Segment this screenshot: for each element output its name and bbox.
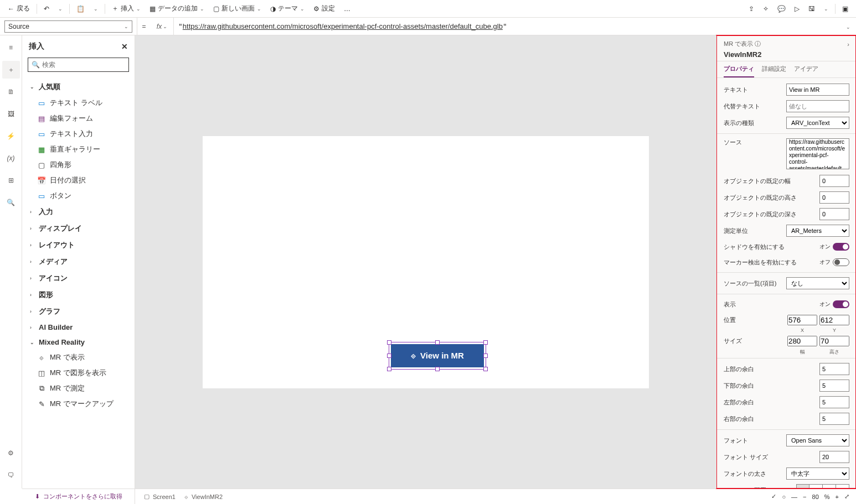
category-popular[interactable]: ⌄人気順 bbox=[22, 79, 135, 95]
prop-fontweight-select[interactable]: 中太字 bbox=[786, 467, 849, 480]
settings-button[interactable]: ⚙設定 bbox=[310, 2, 338, 15]
prop-y-input[interactable] bbox=[819, 315, 849, 325]
screen-icon: ▢ bbox=[213, 5, 219, 13]
canvas-area[interactable]: ⟐ View in MR bbox=[135, 35, 716, 489]
category-display[interactable]: ›ディスプレイ bbox=[22, 220, 135, 237]
prop-padleft-input[interactable] bbox=[819, 396, 849, 408]
app-screen[interactable]: ⟐ View in MR bbox=[203, 136, 649, 388]
category-charts[interactable]: ›グラフ bbox=[22, 303, 135, 320]
search-button[interactable]: 🔍 bbox=[2, 194, 20, 211]
prop-unit-select[interactable]: AR_Meters bbox=[786, 225, 849, 237]
view-in-mr-control[interactable]: ⟐ View in MR bbox=[391, 344, 484, 367]
insert-item-rectangle[interactable]: ▢四角形 bbox=[22, 157, 135, 173]
category-ai-builder[interactable]: ›AI Builder bbox=[22, 320, 135, 335]
align-right-button[interactable]: ≡ bbox=[823, 484, 836, 489]
prop-x-input[interactable] bbox=[787, 315, 817, 325]
paste-more[interactable]: ⌄ bbox=[90, 4, 101, 14]
prop-displaytype-select[interactable]: ARV_IconText bbox=[786, 117, 849, 129]
insert-item-mr-measure[interactable]: ⧉MR で測定 bbox=[22, 381, 135, 396]
undo-more[interactable]: ⌄ bbox=[55, 4, 66, 14]
align-center-button[interactable]: ≡ bbox=[809, 484, 823, 489]
tab-ideas[interactable]: アイデア bbox=[794, 65, 818, 77]
advanced-button[interactable]: ⊞ bbox=[2, 172, 20, 189]
prop-visible-toggle[interactable] bbox=[833, 300, 849, 308]
save-more[interactable]: ⌄ bbox=[821, 4, 832, 14]
category-layout[interactable]: ›レイアウト bbox=[22, 237, 135, 253]
prop-height-input[interactable] bbox=[819, 336, 849, 346]
align-justify-button[interactable]: ≡ bbox=[836, 484, 849, 489]
insert-button[interactable]: ＋ bbox=[2, 61, 20, 79]
breadcrumb-control[interactable]: ⟐ViewInMR2 bbox=[184, 493, 223, 500]
prop-srclist-select[interactable]: なし bbox=[786, 277, 849, 289]
insert-search-box[interactable]: 🔍 bbox=[28, 58, 129, 72]
prop-obj-depth-input[interactable] bbox=[819, 208, 849, 220]
insert-item-mr-markup[interactable]: ✎MR でマークアップ bbox=[22, 396, 135, 412]
align-left-button[interactable]: ≡ bbox=[796, 484, 809, 489]
checker-icon[interactable]: ✓ bbox=[771, 493, 776, 500]
new-screen-menu[interactable]: ▢新しい画面⌄ bbox=[210, 2, 265, 15]
prop-padbottom-input[interactable] bbox=[819, 380, 849, 392]
fx-label[interactable]: fx⌄ bbox=[151, 18, 174, 35]
prop-fontsize-input[interactable] bbox=[819, 451, 849, 463]
prop-marker-toggle[interactable] bbox=[833, 258, 849, 266]
share-button[interactable]: ⇪ bbox=[745, 3, 757, 15]
preview-button[interactable]: ▷ bbox=[791, 3, 803, 15]
insert-item-button[interactable]: ▭ボタン bbox=[22, 188, 135, 204]
add-data-menu[interactable]: ▦データの追加⌄ bbox=[146, 2, 208, 15]
zoom-value: 80 bbox=[812, 493, 819, 500]
help-icon[interactable]: ⓘ bbox=[755, 40, 761, 47]
prop-font-select[interactable]: Open Sans bbox=[786, 434, 849, 446]
save-button[interactable]: 🖫 bbox=[805, 3, 818, 15]
insert-item-text-input[interactable]: ▭テキスト入力 bbox=[22, 126, 135, 142]
expand-formula-button[interactable]: ⌄ bbox=[840, 23, 856, 30]
category-media[interactable]: ›メディア bbox=[22, 253, 135, 270]
tree-view-button[interactable]: ≡ bbox=[2, 39, 20, 56]
paste-button[interactable]: 📋 bbox=[73, 3, 88, 15]
insert-item-edit-form[interactable]: ▤編集フォーム bbox=[22, 111, 135, 126]
fit-button[interactable]: ⤢ bbox=[844, 493, 849, 500]
insert-item-mr-view[interactable]: ⟐MR で表示 bbox=[22, 350, 135, 365]
prop-text-input[interactable] bbox=[786, 84, 849, 96]
close-panel-button[interactable]: ✕ bbox=[121, 42, 128, 51]
insert-menu[interactable]: ＋挿入⌄ bbox=[109, 2, 144, 15]
settings-rail-button[interactable]: ⚙ bbox=[2, 444, 20, 462]
ask-button[interactable]: 🗨 bbox=[2, 466, 20, 484]
zoom-minus-button[interactable]: − bbox=[803, 493, 806, 500]
category-shapes[interactable]: ›図形 bbox=[22, 287, 135, 303]
copilot-button[interactable]: ✧ bbox=[760, 3, 772, 15]
insert-item-mr-shape[interactable]: ◫MR で図形を表示 bbox=[22, 365, 135, 381]
zoom-plus-button[interactable]: + bbox=[836, 493, 839, 500]
prop-alttext-input[interactable] bbox=[786, 100, 849, 112]
comments-button[interactable]: 💬 bbox=[774, 3, 789, 15]
flows-button[interactable]: ⚡ bbox=[2, 127, 20, 145]
publish-button[interactable]: ▣ bbox=[839, 3, 852, 15]
prop-source-input[interactable]: https://raw.githubusercontent.com/micros… bbox=[786, 138, 849, 169]
prop-shadow-toggle[interactable] bbox=[833, 243, 849, 251]
theme-menu[interactable]: ◑テーマ⌄ bbox=[267, 2, 308, 15]
prop-obj-height-input[interactable] bbox=[819, 191, 849, 204]
formula-input[interactable]: "https://raw.githubusercontent.com/micro… bbox=[174, 22, 840, 30]
variables-button[interactable]: (x) bbox=[2, 149, 20, 167]
tab-properties[interactable]: プロパティ bbox=[724, 65, 754, 77]
tab-advanced[interactable]: 詳細設定 bbox=[762, 65, 786, 77]
data-button[interactable]: 🗎 bbox=[2, 83, 20, 101]
chevron-right-icon[interactable]: › bbox=[847, 41, 849, 48]
category-icons[interactable]: ›アイコン bbox=[22, 270, 135, 287]
undo-button[interactable]: ↶ bbox=[40, 3, 53, 15]
more-button[interactable]: … bbox=[341, 3, 354, 15]
insert-item-date-picker[interactable]: 📅日付の選択 bbox=[22, 173, 135, 188]
media-button[interactable]: 🖼 bbox=[2, 105, 20, 123]
insert-search-input[interactable] bbox=[42, 61, 125, 69]
insert-item-text-label[interactable]: ▭テキスト ラベル bbox=[22, 95, 135, 111]
prop-width-input[interactable] bbox=[787, 336, 817, 346]
prop-padtop-input[interactable] bbox=[819, 363, 849, 375]
back-button[interactable]: ←戻る bbox=[4, 2, 33, 15]
category-mixed-reality[interactable]: ⌄Mixed Reality bbox=[22, 335, 135, 350]
breadcrumb-screen[interactable]: ▢Screen1 bbox=[144, 493, 176, 500]
insert-item-vertical-gallery[interactable]: ▦垂直ギャラリー bbox=[22, 142, 135, 157]
prop-obj-width-input[interactable] bbox=[819, 175, 849, 187]
prop-padright-input[interactable] bbox=[819, 413, 849, 425]
property-selector[interactable]: Source⌄ bbox=[0, 18, 137, 35]
category-input[interactable]: ›入力 bbox=[22, 204, 135, 220]
get-components-link[interactable]: ⬇コンポーネントをさらに取得 bbox=[22, 489, 135, 504]
